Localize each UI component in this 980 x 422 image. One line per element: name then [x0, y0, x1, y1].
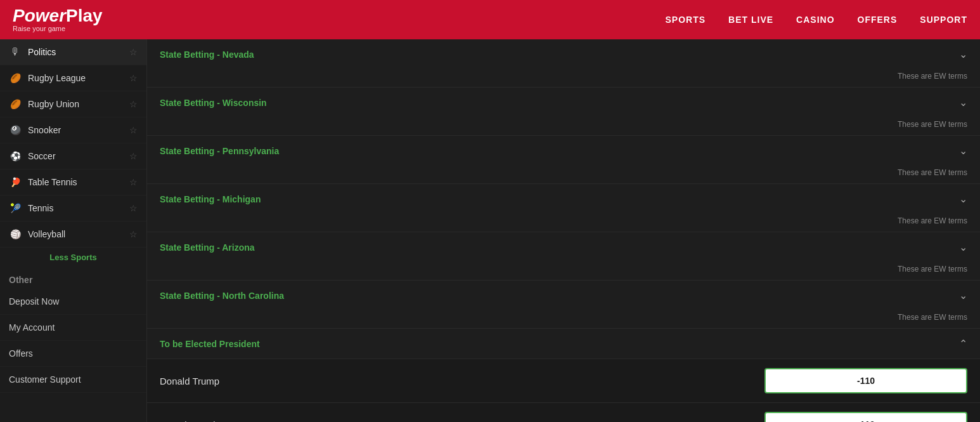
accordion-wisconsin-title: State Betting - Wisconsin: [160, 98, 267, 108]
nav-support[interactable]: SUPPORT: [920, 15, 967, 25]
sidebar-item-rugby-league[interactable]: 🏉 Rugby League ☆: [0, 65, 146, 91]
chevron-down-icon: ⌄: [959, 289, 967, 301]
accordion-michigan-header[interactable]: State Betting - Michigan ⌄: [147, 184, 980, 214]
accordion-north-carolina-ew: These are EW terms: [147, 310, 980, 328]
accordion-wisconsin-ew: These are EW terms: [147, 117, 980, 135]
accordion-nevada-header[interactable]: State Betting - Nevada ⌄: [147, 39, 980, 69]
accordion-arizona-ew: These are EW terms: [147, 262, 980, 280]
bet-name-harris: Kamala Harris: [160, 419, 220, 423]
chevron-down-icon: ⌄: [959, 241, 967, 253]
sidebar-item-customer-support[interactable]: Customer Support: [0, 367, 146, 393]
nav-bet-live[interactable]: BET LIVE: [728, 15, 773, 25]
star-table-tennis-icon[interactable]: ☆: [129, 177, 138, 187]
star-tennis-icon[interactable]: ☆: [129, 203, 138, 213]
sidebar: 🎙 Politics ☆ 🏉 Rugby League ☆ 🏉 Rugby Un…: [0, 39, 147, 422]
chevron-up-icon: ⌃: [959, 338, 967, 350]
sidebar-item-snooker[interactable]: 🎱 Snooker ☆: [0, 117, 146, 143]
chevron-down-icon: ⌄: [959, 96, 967, 109]
soccer-icon: ⚽: [9, 150, 22, 162]
tennis-icon: 🎾: [9, 202, 22, 214]
bet-odds-harris-button[interactable]: -110: [764, 412, 967, 422]
sidebar-label-snooker: Snooker: [28, 125, 61, 135]
sidebar-label-tennis: Tennis: [28, 203, 53, 213]
accordion-arizona-header[interactable]: State Betting - Arizona ⌄: [147, 232, 980, 262]
sidebar-label-politics: Politics: [28, 47, 56, 57]
bet-odds-trump-button[interactable]: -110: [764, 368, 967, 393]
accordion-nevada-ew: These are EW terms: [147, 69, 980, 87]
chevron-down-icon: ⌄: [959, 145, 967, 157]
sidebar-label-rugby-union: Rugby Union: [28, 99, 79, 109]
accordion-nevada: State Betting - Nevada ⌄ These are EW te…: [147, 39, 980, 88]
logo-area: PowerPlay Raise your game: [13, 7, 103, 32]
accordion-north-carolina: State Betting - North Carolina ⌄ These a…: [147, 280, 980, 329]
nav-casino[interactable]: CASINO: [796, 15, 834, 25]
accordion-michigan: State Betting - Michigan ⌄ These are EW …: [147, 184, 980, 232]
star-rugby-league-icon[interactable]: ☆: [129, 73, 138, 83]
snooker-icon: 🎱: [9, 124, 22, 136]
sidebar-item-tennis[interactable]: 🎾 Tennis ☆: [0, 195, 146, 221]
accordion-north-carolina-header[interactable]: State Betting - North Carolina ⌄: [147, 280, 980, 310]
rugby-league-icon: 🏉: [9, 72, 22, 84]
sidebar-item-my-account[interactable]: My Account: [0, 315, 146, 341]
accordion-arizona: State Betting - Arizona ⌄ These are EW t…: [147, 232, 980, 280]
mic-icon: 🎙: [9, 46, 22, 58]
accordion-pennsylvania-ew: These are EW terms: [147, 166, 980, 183]
accordion-pennsylvania-header[interactable]: State Betting - Pennsylvania ⌄: [147, 136, 980, 166]
accordion-pennsylvania: State Betting - Pennsylvania ⌄ These are…: [147, 136, 980, 184]
chevron-down-icon: ⌄: [959, 48, 967, 60]
nav-sports[interactable]: SPORTS: [665, 15, 706, 25]
bet-name-trump: Donald Trump: [160, 376, 219, 386]
accordion-president-header[interactable]: To be Elected President ⌃: [147, 329, 980, 359]
sidebar-label-rugby-league: Rugby League: [28, 73, 86, 83]
star-rugby-union-icon[interactable]: ☆: [129, 99, 138, 109]
accordion-pennsylvania-title: State Betting - Pennsylvania: [160, 146, 279, 156]
sidebar-item-politics[interactable]: 🎙 Politics ☆: [0, 39, 146, 65]
accordion-wisconsin-header[interactable]: State Betting - Wisconsin ⌄: [147, 88, 980, 117]
nav-offers[interactable]: OFFERS: [858, 15, 898, 25]
sidebar-item-table-tennis[interactable]: 🏓 Table Tennis ☆: [0, 169, 146, 195]
star-politics-icon[interactable]: ☆: [129, 47, 138, 57]
accordion-president-title: To be Elected President: [160, 339, 260, 349]
sidebar-item-soccer[interactable]: ⚽ Soccer ☆: [0, 143, 146, 169]
sidebar-label-table-tennis: Table Tennis: [28, 177, 77, 187]
less-sports-button[interactable]: Less Sports: [0, 247, 146, 267]
table-tennis-icon: 🏓: [9, 176, 22, 188]
sidebar-label-volleyball: Volleyball: [28, 229, 65, 239]
other-section-label: Other: [0, 267, 146, 289]
bet-row-trump: Donald Trump -110: [147, 359, 980, 402]
accordion-michigan-ew: These are EW terms: [147, 214, 980, 232]
star-soccer-icon[interactable]: ☆: [129, 151, 138, 161]
sidebar-item-rugby-union[interactable]: 🏉 Rugby Union ☆: [0, 91, 146, 117]
sidebar-label-soccer: Soccer: [28, 151, 56, 161]
chevron-down-icon: ⌄: [959, 193, 967, 205]
volleyball-icon: 🏐: [9, 228, 22, 241]
accordion-wisconsin: State Betting - Wisconsin ⌄ These are EW…: [147, 88, 980, 136]
sidebar-item-volleyball[interactable]: 🏐 Volleyball ☆: [0, 221, 146, 247]
sidebar-item-offers[interactable]: Offers: [0, 341, 146, 367]
accordion-north-carolina-title: State Betting - North Carolina: [160, 291, 284, 301]
header: PowerPlay Raise your game SPORTS BET LIV…: [0, 0, 980, 39]
accordion-arizona-title: State Betting - Arizona: [160, 242, 255, 253]
star-volleyball-icon[interactable]: ☆: [129, 229, 138, 239]
rugby-union-icon: 🏉: [9, 98, 22, 110]
accordion-president: To be Elected President ⌃ Donald Trump -…: [147, 329, 980, 422]
accordion-nevada-title: State Betting - Nevada: [160, 49, 254, 60]
logo-subtitle: Raise your game: [13, 25, 103, 32]
main-container: 🎙 Politics ☆ 🏉 Rugby League ☆ 🏉 Rugby Un…: [0, 39, 980, 422]
bet-row-harris: Kamala Harris -110: [147, 402, 980, 422]
main-nav: SPORTS BET LIVE CASINO OFFERS SUPPORT: [665, 15, 967, 25]
content-area: State Betting - Nevada ⌄ These are EW te…: [147, 39, 980, 422]
accordion-michigan-title: State Betting - Michigan: [160, 194, 261, 204]
sidebar-item-deposit-now[interactable]: Deposit Now: [0, 289, 146, 315]
star-snooker-icon[interactable]: ☆: [129, 125, 138, 135]
logo: PowerPlay: [13, 7, 103, 25]
